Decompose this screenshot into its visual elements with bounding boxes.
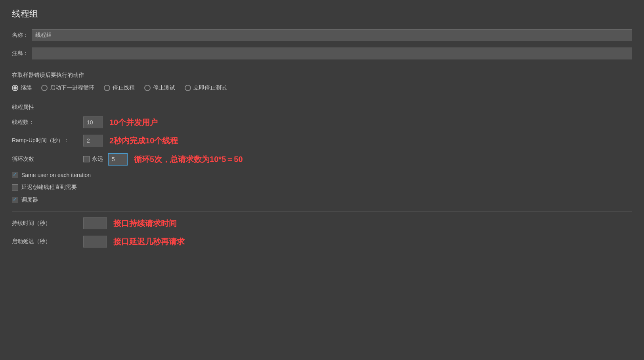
forever-checkbox[interactable] bbox=[83, 156, 90, 162]
radio-stop-test[interactable]: 停止测试 bbox=[144, 84, 175, 91]
delay-thread-checkbox[interactable] bbox=[12, 184, 18, 190]
radio-stop-thread[interactable]: 停止线程 bbox=[104, 84, 135, 91]
radio-stop-test-now[interactable]: 立即停止测试 bbox=[185, 84, 227, 91]
thread-count-input[interactable] bbox=[83, 116, 103, 128]
same-user-row: Same user on each iteration bbox=[12, 172, 632, 178]
radio-continue[interactable]: 继续 bbox=[12, 84, 32, 91]
scheduler-row: 调度器 bbox=[12, 196, 632, 204]
thread-properties-title: 线程属性 bbox=[12, 104, 632, 111]
delay-thread-row: 延迟创建线程直到需要 bbox=[12, 184, 632, 191]
startup-delay-input[interactable] bbox=[83, 236, 107, 248]
radio-stop-test-now-label: 立即停止测试 bbox=[193, 84, 227, 91]
loop-count-input[interactable] bbox=[108, 153, 128, 166]
radio-stop-thread-label: 停止线程 bbox=[113, 84, 135, 91]
name-input[interactable] bbox=[32, 29, 632, 41]
forever-label[interactable]: 永远 bbox=[92, 156, 103, 163]
ramp-up-input[interactable] bbox=[83, 135, 103, 147]
startup-delay-annotation: 接口延迟几秒再请求 bbox=[113, 236, 185, 247]
duration-input[interactable] bbox=[83, 217, 107, 229]
name-label: 名称： bbox=[12, 32, 32, 39]
loop-count-annotation: 循环5次，总请求数为10*5＝50 bbox=[134, 154, 243, 165]
page-title: 线程组 bbox=[12, 8, 632, 20]
comment-input[interactable] bbox=[32, 48, 632, 59]
same-user-label[interactable]: Same user on each iteration bbox=[21, 172, 91, 178]
radio-continue-label: 继续 bbox=[21, 84, 32, 91]
ramp-up-annotation: 2秒内完成10个线程 bbox=[109, 135, 178, 146]
thread-count-annotation: 10个并发用户 bbox=[109, 117, 158, 128]
duration-annotation: 接口持续请求时间 bbox=[113, 218, 177, 229]
ramp-up-label: Ramp-Up时间（秒）： bbox=[12, 137, 83, 144]
duration-label: 持续时间（秒） bbox=[12, 220, 83, 227]
scheduler-checkbox[interactable] bbox=[12, 197, 18, 203]
same-user-checkbox[interactable] bbox=[12, 172, 18, 178]
radio-stop-test-label: 停止测试 bbox=[153, 84, 175, 91]
scheduler-label[interactable]: 调度器 bbox=[21, 196, 38, 204]
radio-next-loop-label: 启动下一进程循环 bbox=[50, 84, 94, 91]
radio-next-loop[interactable]: 启动下一进程循环 bbox=[41, 84, 94, 91]
sampler-error-title: 在取样器错误后要执行的动作 bbox=[12, 72, 632, 79]
forever-wrap: 永远 bbox=[83, 156, 103, 163]
thread-count-label: 线程数： bbox=[12, 119, 83, 126]
delay-thread-label[interactable]: 延迟创建线程直到需要 bbox=[21, 184, 77, 191]
startup-delay-label: 启动延迟（秒） bbox=[12, 238, 83, 245]
comment-label: 注释： bbox=[12, 50, 32, 57]
loop-count-label: 循环次数 bbox=[12, 156, 83, 163]
